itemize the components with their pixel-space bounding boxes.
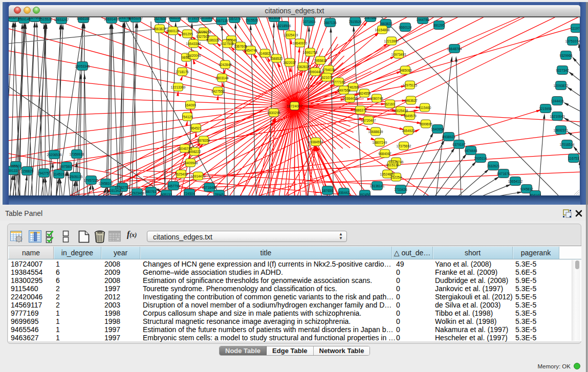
svg-text:724504: 724504 (184, 192, 195, 195)
svg-text:9115460: 9115460 (419, 106, 431, 110)
svg-text:19218506: 19218506 (276, 24, 291, 28)
svg-text:7625402: 7625402 (175, 172, 188, 176)
svg-text:2367608: 2367608 (234, 45, 247, 48)
svg-text:15720407: 15720407 (361, 119, 376, 122)
svg-text:12213967: 12213967 (384, 39, 399, 43)
svg-text:62160: 62160 (385, 102, 395, 106)
svg-text:10973493: 10973493 (391, 53, 406, 56)
svg-text:9777169: 9777169 (332, 80, 345, 84)
svg-text:9474444: 9474444 (464, 149, 477, 152)
svg-text:12213369: 12213369 (171, 85, 186, 89)
svg-text:12975115: 12975115 (403, 83, 418, 87)
svg-text:116753: 116753 (568, 157, 579, 160)
svg-text:9327505: 9327505 (196, 35, 209, 38)
svg-text:8878354: 8878354 (197, 139, 210, 142)
svg-text:9684067: 9684067 (378, 152, 391, 156)
svg-text:880761: 880761 (145, 190, 157, 193)
svg-text:15692371: 15692371 (554, 128, 569, 132)
svg-text:1649579: 1649579 (403, 114, 417, 118)
svg-text:8660124: 8660124 (166, 29, 180, 33)
svg-text:1080748: 1080748 (370, 97, 383, 100)
svg-text:1615132: 1615132 (386, 163, 399, 167)
svg-text:8186328: 8186328 (206, 38, 220, 42)
svg-text:10653267: 10653267 (54, 18, 69, 21)
svg-text:8427552: 8427552 (211, 90, 225, 93)
svg-text:8660124: 8660124 (399, 26, 412, 29)
svg-text:1667135: 1667135 (215, 19, 228, 23)
svg-text:114519: 114519 (53, 172, 64, 176)
svg-text:9327505: 9327505 (221, 42, 234, 46)
svg-text:3215958: 3215958 (539, 107, 552, 111)
svg-text:7663822: 7663822 (153, 27, 166, 31)
svg-text:992450: 992450 (359, 193, 371, 196)
svg-text:20364436: 20364436 (343, 97, 358, 100)
svg-text:19384554: 19384554 (309, 140, 323, 144)
svg-text:1733426: 1733426 (394, 188, 407, 191)
svg-text:804143: 804143 (530, 193, 541, 196)
svg-text:3822037: 3822037 (283, 61, 296, 64)
svg-text:1830295: 1830295 (267, 111, 280, 115)
svg-text:8990448: 8990448 (309, 70, 322, 74)
svg-text:6794028: 6794028 (322, 68, 335, 72)
svg-text:13751074: 13751074 (565, 39, 580, 43)
svg-text:12923468: 12923468 (130, 191, 145, 195)
svg-text:9146821: 9146821 (258, 52, 272, 55)
svg-text:12093872: 12093872 (554, 84, 569, 87)
svg-text:9457791: 9457791 (167, 184, 180, 188)
svg-text:16543382: 16543382 (186, 42, 201, 46)
svg-text:12505135: 12505135 (68, 175, 83, 179)
svg-text:2935114: 2935114 (474, 157, 487, 160)
svg-text:891295: 891295 (433, 24, 445, 27)
svg-text:18807249: 18807249 (373, 141, 387, 144)
svg-text:23420046: 23420046 (186, 54, 201, 57)
svg-text:936442: 936442 (338, 191, 350, 194)
svg-text:1156829: 1156829 (21, 169, 34, 173)
svg-text:1621072: 1621072 (320, 76, 333, 79)
svg-text:20053346: 20053346 (75, 64, 90, 68)
svg-text:164099: 164099 (185, 103, 196, 107)
svg-text:754125: 754125 (182, 115, 193, 119)
svg-text:17359928: 17359928 (70, 152, 84, 156)
svg-text:1944784: 1944784 (416, 18, 429, 21)
svg-text:5498222: 5498222 (188, 150, 201, 154)
svg-text:9329966: 9329966 (559, 54, 573, 57)
svg-text:9242848: 9242848 (219, 63, 232, 67)
svg-text:23226058: 23226058 (197, 30, 211, 34)
svg-text:1244415: 1244415 (551, 99, 564, 103)
svg-text:13716485: 13716485 (202, 186, 217, 189)
svg-text:20691406: 20691406 (104, 17, 119, 21)
svg-text:10025438: 10025438 (394, 109, 408, 113)
svg-text:78945: 78945 (214, 193, 224, 196)
svg-text:18724007: 18724007 (287, 104, 302, 108)
svg-text:16648784: 16648784 (447, 47, 462, 51)
svg-text:1588520: 1588520 (270, 57, 283, 60)
svg-text:16961758: 16961758 (303, 51, 318, 54)
svg-text:39133: 39133 (9, 169, 17, 172)
svg-text:1362615: 1362615 (296, 65, 310, 69)
svg-text:18640910: 18640910 (293, 41, 308, 45)
svg-text:252254: 252254 (390, 176, 402, 179)
svg-text:1654923: 1654923 (402, 129, 415, 133)
svg-text:7663822: 7663822 (379, 22, 393, 26)
svg-text:7515526: 7515526 (245, 18, 258, 22)
svg-text:746266: 746266 (347, 85, 359, 89)
svg-text:2718176: 2718176 (176, 70, 189, 74)
svg-text:891295: 891295 (182, 32, 193, 36)
svg-text:16154808: 16154808 (375, 28, 390, 32)
svg-text:10688639: 10688639 (368, 130, 383, 134)
svg-text:3824554: 3824554 (358, 92, 371, 95)
svg-text:10654112: 10654112 (508, 180, 523, 183)
svg-text:9975867: 9975867 (60, 165, 73, 168)
svg-text:7886372: 7886372 (354, 108, 367, 112)
svg-text:10958107: 10958107 (99, 182, 114, 185)
svg-text:16210643: 16210643 (550, 115, 565, 118)
svg-text:7955812: 7955812 (314, 59, 327, 62)
svg-text:16914479: 16914479 (191, 174, 206, 178)
svg-text:7632621: 7632621 (487, 164, 500, 168)
svg-text:111974: 111974 (571, 27, 580, 30)
svg-text:7485063: 7485063 (399, 69, 412, 72)
svg-text:9245812: 9245812 (520, 187, 533, 191)
svg-text:17957225: 17957225 (84, 179, 99, 182)
svg-text:7515526: 7515526 (349, 20, 362, 24)
svg-text:20206536: 20206536 (47, 153, 62, 157)
